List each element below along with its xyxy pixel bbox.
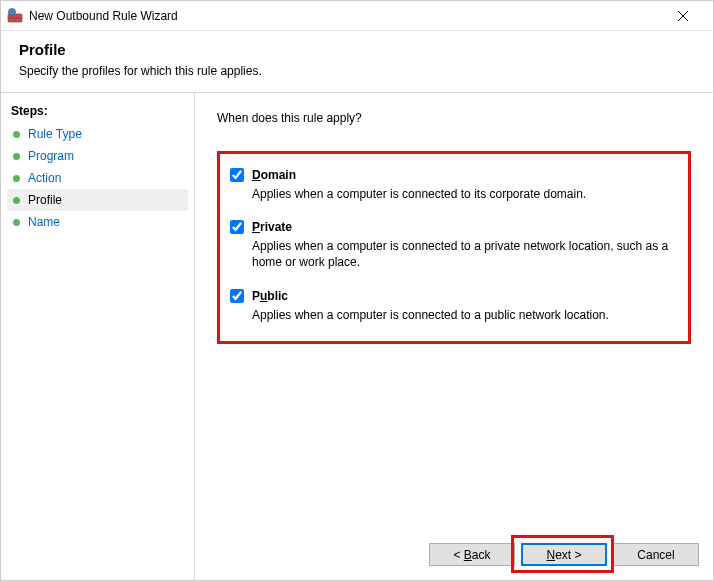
step-action[interactable]: Action [7, 167, 188, 189]
private-checkbox[interactable] [230, 220, 244, 234]
step-profile[interactable]: Profile [7, 189, 188, 211]
step-bullet-icon [13, 153, 20, 160]
steps-sidebar: Steps: Rule Type Program Action Profile … [1, 93, 195, 580]
page-title: Profile [19, 41, 695, 58]
step-label: Action [28, 171, 61, 185]
step-bullet-icon [13, 219, 20, 226]
steps-label: Steps: [7, 101, 188, 123]
step-label: Program [28, 149, 74, 163]
titlebar: New Outbound Rule Wizard [1, 1, 713, 31]
step-program[interactable]: Program [7, 145, 188, 167]
domain-label: Domain [252, 168, 296, 182]
step-label: Rule Type [28, 127, 82, 141]
public-label: Public [252, 289, 288, 303]
step-label: Profile [28, 193, 62, 207]
profile-question: When does this rule apply? [217, 111, 691, 125]
back-button[interactable]: < Back [429, 543, 515, 566]
profiles-group: Domain Applies when a computer is connec… [217, 151, 691, 344]
step-bullet-icon [13, 131, 20, 138]
cancel-button[interactable]: Cancel [613, 543, 699, 566]
wizard-main: When does this rule apply? Domain Applie… [195, 93, 713, 580]
private-label: Private [252, 220, 292, 234]
domain-checkbox[interactable] [230, 168, 244, 182]
public-checkbox[interactable] [230, 289, 244, 303]
step-rule-type[interactable]: Rule Type [7, 123, 188, 145]
wizard-header: Profile Specify the profiles for which t… [1, 31, 713, 93]
wizard-body: Steps: Rule Type Program Action Profile … [1, 93, 713, 580]
step-name[interactable]: Name [7, 211, 188, 233]
domain-desc: Applies when a computer is connected to … [252, 186, 676, 202]
profile-public: Public Applies when a computer is connec… [230, 289, 676, 323]
step-label: Name [28, 215, 60, 229]
profile-domain: Domain Applies when a computer is connec… [230, 168, 676, 202]
wizard-buttons: < Back Next > Cancel [429, 543, 699, 566]
next-button[interactable]: Next > [521, 543, 607, 566]
step-bullet-icon [13, 197, 20, 204]
window-title: New Outbound Rule Wizard [29, 9, 661, 23]
profile-private: Private Applies when a computer is conne… [230, 220, 676, 270]
step-bullet-icon [13, 175, 20, 182]
close-button[interactable] [661, 2, 705, 30]
firewall-icon [7, 8, 23, 24]
svg-point-5 [9, 8, 16, 15]
public-desc: Applies when a computer is connected to … [252, 307, 676, 323]
page-subtitle: Specify the profiles for which this rule… [19, 64, 695, 78]
private-desc: Applies when a computer is connected to … [252, 238, 676, 270]
